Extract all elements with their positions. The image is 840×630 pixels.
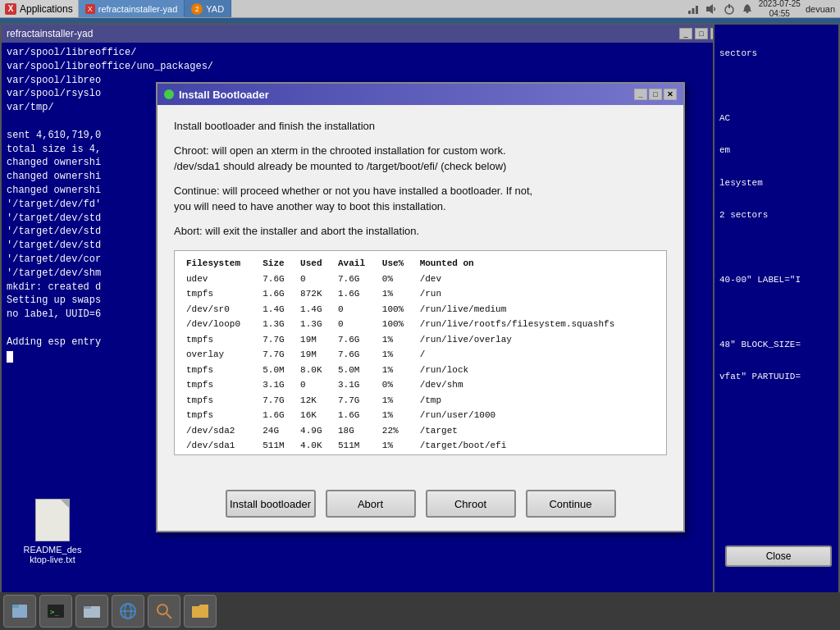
table-header-row: Filesystem Size Used Avail Use% Mounted … (181, 256, 660, 272)
table-row: /dev/loop01.3G1.3G0100%/run/live/rootfs/… (181, 317, 660, 332)
taskbar-top: X Applications X refractainstaller-yad 2… (0, 0, 840, 18)
volume-icon (705, 2, 718, 16)
col-use-pct: Use% (377, 256, 415, 272)
apps-menu[interactable]: X Applications (0, 0, 79, 17)
table-row: udev7.6G07.6G0%/dev (181, 272, 660, 287)
dialog-body: Install bootloader and finish the instal… (158, 105, 683, 480)
dialog-para1: Chroot: will open an xterm in the chroot… (174, 143, 667, 175)
filesystem-table-container: Filesystem Size Used Avail Use% Mounted … (174, 250, 667, 455)
svg-marker-3 (706, 4, 713, 14)
svg-rect-8 (12, 605, 19, 608)
table-row: tmpfs7.7G12K7.7G1%/tmp (181, 393, 660, 409)
table-row: tmpfs5.0M8.0K5.0M1%/run/lock (181, 363, 660, 378)
table-row: tmpfs1.6G872K1.6G1%/run (181, 286, 660, 302)
table-row: /dev/sda224G4.9G18G22%/target (181, 423, 660, 439)
dialog-title-left: Install Bootloader (164, 89, 269, 101)
dialog-overlay: Install Bootloader _ □ ✕ Install bootloa… (0, 0, 840, 630)
dialog-title: Install Bootloader (179, 89, 269, 101)
chroot-button[interactable]: Chroot (426, 490, 516, 518)
abort-button[interactable]: Abort (326, 490, 416, 518)
install-bootloader-button[interactable]: Install bootloader (226, 490, 316, 518)
taskbar-window2[interactable]: 2 YAD (185, 0, 231, 17)
window2-badge: 2 (191, 3, 203, 15)
window2-label: YAD (206, 4, 224, 14)
dialog-titlebar: Install Bootloader _ □ ✕ (158, 84, 683, 105)
table-row: overlay7.7G19M7.6G1%/ (181, 347, 660, 363)
bootloader-dialog: Install Bootloader _ □ ✕ Install bootloa… (156, 82, 685, 532)
dialog-window-controls: _ □ ✕ (634, 89, 677, 100)
continue-button[interactable]: Continue (526, 490, 616, 518)
clock-date: 2023-07-25 (759, 0, 801, 9)
dialog-maximize[interactable]: □ (649, 89, 662, 100)
dialog-para2: Continue: will proceed whether or not yo… (174, 183, 667, 215)
taskbar-bottom: >_ (0, 592, 840, 630)
dock-terminal-icon[interactable]: >_ (39, 595, 72, 628)
dock-folder-icon[interactable] (184, 595, 217, 628)
dialog-close[interactable]: ✕ (664, 89, 677, 100)
dock-files-icon[interactable] (3, 595, 36, 628)
clock-time: 04:55 (769, 9, 790, 19)
col-avail: Avail (333, 256, 377, 272)
window1-label: refractainstaller-yad (98, 4, 178, 14)
window1-icon: X (85, 4, 95, 14)
svg-line-17 (167, 614, 171, 619)
username: devuan (806, 4, 835, 14)
col-used: Used (295, 256, 333, 272)
table-row: /dev/sr01.4G1.4G0100%/run/live/medium (181, 302, 660, 317)
filesystem-table: Filesystem Size Used Avail Use% Mounted … (181, 256, 660, 454)
table-row: tmpfs1.6G16K1.6G1%/run/user/1000 (181, 408, 660, 423)
dialog-footer: Install bootloader Abort Chroot Continue (158, 480, 683, 531)
svg-rect-12 (84, 606, 91, 609)
app-icon: X (5, 3, 16, 15)
taskbar-window1[interactable]: X refractainstaller-yad (79, 0, 185, 17)
power-icon (723, 2, 736, 16)
apps-label: Applications (20, 3, 73, 15)
svg-rect-6 (746, 11, 748, 13)
dock-search-icon[interactable] (148, 595, 180, 628)
table-row: tmpfs7.7G19M7.6G1%/run/live/overlay (181, 332, 660, 348)
svg-text:>_: >_ (50, 608, 59, 616)
svg-point-16 (158, 605, 167, 614)
table-row: /dev/sda1511M4.0K511M1%/target/boot/efi (181, 438, 660, 454)
dock-browser-icon[interactable] (112, 595, 144, 628)
col-filesystem: Filesystem (181, 256, 258, 272)
svg-rect-0 (688, 11, 691, 14)
col-mounted: Mounted on (415, 256, 660, 272)
col-size: Size (258, 256, 295, 272)
bell-icon (741, 2, 754, 16)
svg-rect-1 (692, 8, 694, 14)
svg-rect-2 (696, 6, 698, 14)
dialog-para3: Abort: will exit the installer and abort… (174, 223, 667, 240)
dialog-status-dot (164, 89, 174, 99)
clock: 2023-07-25 04:55 (759, 0, 801, 19)
dialog-heading: Install bootloader and finish the instal… (174, 118, 667, 135)
system-tray: 2023-07-25 04:55 devuan (687, 0, 840, 19)
network-icon (687, 2, 700, 16)
dock-fileman-icon[interactable] (75, 595, 108, 628)
table-row: tmpfs3.1G03.1G0%/dev/shm (181, 377, 660, 393)
dialog-minimize[interactable]: _ (634, 89, 647, 100)
